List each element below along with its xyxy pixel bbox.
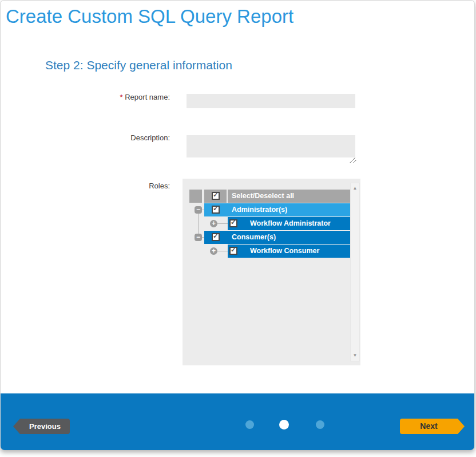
check-icon: ✓: [231, 246, 236, 254]
tree-line: [198, 214, 199, 234]
next-button-label: Next: [400, 419, 458, 434]
expand-icon[interactable]: +: [210, 220, 217, 227]
roles-label-text: Roles:: [149, 182, 170, 190]
select-all-checkbox[interactable]: ✓: [212, 192, 220, 200]
check-icon: ✓: [231, 218, 236, 226]
check-icon: ✓: [213, 232, 219, 240]
expand-icon[interactable]: +: [210, 247, 217, 255]
previous-button[interactable]: Previous: [13, 419, 70, 434]
tree-header-corner-cell: [189, 190, 202, 203]
row-checkbox[interactable]: ✓: [212, 206, 220, 214]
scroll-down-icon[interactable]: ▼: [351, 353, 359, 358]
scroll-up-icon[interactable]: ▲: [351, 186, 359, 191]
step-dot-1: [245, 420, 254, 429]
select-all-checkbox-cell: ✓: [204, 190, 227, 203]
description-input[interactable]: [187, 135, 355, 157]
step-heading: Step 2: Specify general information: [45, 57, 232, 74]
row-label: Consumer(s): [232, 231, 276, 244]
page-title: Create Custom SQL Query Report: [6, 3, 293, 30]
step-dot-3: [316, 420, 324, 429]
tree-row-workflow-administrator[interactable]: ✓ Workflow Administrator: [228, 217, 351, 230]
tree-row-administrators[interactable]: ✓ Administrator(s): [204, 203, 351, 216]
report-name-input[interactable]: [187, 94, 355, 108]
tree-line: [217, 223, 228, 224]
select-all-header[interactable]: Select/Deselect all: [228, 190, 351, 203]
row-checkbox[interactable]: ✓: [212, 233, 220, 241]
required-asterisk: *: [120, 93, 123, 101]
select-all-label: Select/Deselect all: [232, 190, 294, 203]
collapse-icon[interactable]: −: [195, 206, 202, 214]
report-name-label: * Report name:: [58, 93, 170, 102]
row-label: Workflow Administrator: [250, 217, 331, 230]
previous-button-label: Previous: [20, 419, 70, 434]
roles-label: Roles:: [58, 182, 170, 191]
tree-row-workflow-consumer[interactable]: ✓ Workflow Consumer: [228, 245, 351, 258]
row-checkbox[interactable]: ✓: [229, 219, 237, 227]
collapse-icon[interactable]: −: [195, 234, 202, 241]
description-label-text: Description:: [130, 133, 170, 142]
row-checkbox[interactable]: ✓: [229, 247, 237, 255]
wizard-footer: Previous Next: [1, 393, 474, 450]
next-button[interactable]: Next: [400, 419, 465, 434]
step-dot-2-active: [279, 420, 289, 430]
resize-grip-icon[interactable]: [349, 157, 357, 164]
tree-line: [217, 251, 228, 251]
check-icon: ✓: [213, 191, 219, 199]
report-name-label-text: Report name:: [125, 93, 170, 101]
roles-panel: ✓ Select/Deselect all − + − + ✓ Administ…: [183, 179, 360, 365]
roles-scrollbar[interactable]: ▲ ▼: [350, 183, 360, 361]
tree-row-consumers[interactable]: ✓ Consumer(s): [204, 231, 351, 244]
row-label: Workflow Consumer: [250, 245, 319, 258]
description-label: Description:: [58, 133, 170, 143]
row-label: Administrator(s): [232, 203, 287, 216]
check-icon: ✓: [213, 204, 219, 212]
wizard-dialog: Create Custom SQL Query Report Step 2: S…: [0, 0, 475, 450]
